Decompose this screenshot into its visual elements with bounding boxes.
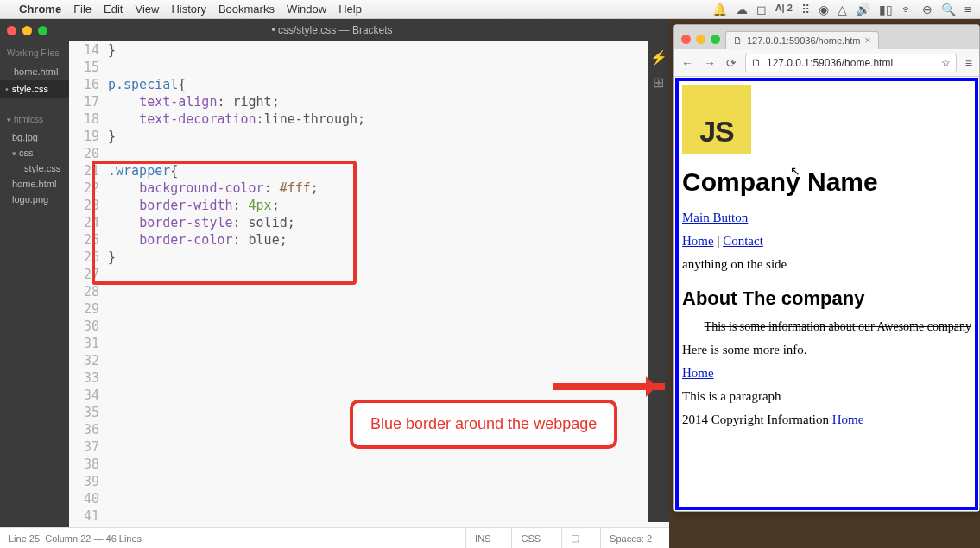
code-line[interactable]: 31: [69, 335, 669, 352]
hamburger-icon[interactable]: ≡: [964, 56, 974, 70]
menu-edit[interactable]: Edit: [104, 3, 123, 16]
code-line[interactable]: 40: [69, 490, 669, 507]
main-button-link[interactable]: Main Button: [682, 211, 748, 224]
menu-file[interactable]: File: [73, 3, 92, 16]
clock-icon[interactable]: ⊖: [922, 3, 933, 16]
wrapper: JS Company Name Main Button Home | Conta…: [675, 78, 978, 510]
sync-icon[interactable]: ◉: [819, 3, 829, 16]
back-button[interactable]: ←: [680, 56, 695, 70]
wifi-icon[interactable]: ᯤ: [901, 3, 914, 16]
code-line[interactable]: 28: [69, 283, 669, 300]
footer-home-link[interactable]: Home: [832, 413, 864, 426]
code-line[interactable]: 32: [69, 352, 669, 369]
tree-style[interactable]: style.css: [0, 161, 69, 176]
box-icon[interactable]: ◻: [756, 3, 767, 16]
working-file-style[interactable]: style.css: [0, 80, 69, 98]
mac-menubar: Chrome File Edit View History Bookmarks …: [0, 0, 980, 19]
code-line[interactable]: 20: [69, 145, 669, 162]
brackets-titlebar: • css/style.css — Brackets: [0, 19, 669, 41]
code-line[interactable]: 21.wrapper{: [69, 162, 669, 180]
cloud-icon[interactable]: ☁: [736, 3, 748, 16]
adobe-icon[interactable]: A| 2: [775, 3, 793, 16]
menu-window[interactable]: Window: [287, 3, 326, 16]
code-line[interactable]: 18 text-decoration:line-through;: [69, 110, 669, 128]
bell-icon[interactable]: 🔔: [712, 3, 727, 16]
status-spaces[interactable]: Spaces: 2: [600, 528, 661, 548]
menu-icon[interactable]: ≡: [964, 3, 971, 16]
working-file-home[interactable]: home.html: [0, 63, 69, 80]
url-text: 127.0.0.1:59036/home.html: [767, 57, 893, 69]
maximize-button[interactable]: [38, 26, 47, 35]
footer: 2014 Copyright Information Home: [682, 413, 971, 427]
star-icon[interactable]: ☆: [941, 57, 951, 69]
tab-title: 127.0.0.1:59036/home.htm: [747, 35, 860, 46]
window-title: • css/style.css — Brackets: [54, 24, 662, 36]
menubar-app[interactable]: Chrome: [19, 3, 61, 16]
code-line[interactable]: 24 border-style: solid;: [69, 214, 669, 231]
tab-close-icon[interactable]: ×: [864, 35, 870, 47]
site-info-icon[interactable]: 🗋: [751, 57, 762, 69]
menu-view[interactable]: View: [135, 3, 159, 16]
brackets-sidebar: Working Files home.html style.css htmlcs…: [0, 41, 69, 527]
code-line[interactable]: 38: [69, 456, 669, 473]
menu-help[interactable]: Help: [338, 3, 362, 16]
dropbox-icon[interactable]: ⠿: [801, 3, 810, 16]
live-preview-icon[interactable]: ⚡: [650, 49, 667, 66]
address-bar[interactable]: 🗋 127.0.0.1:59036/home.html ☆: [745, 54, 957, 72]
code-line[interactable]: 30: [69, 318, 669, 335]
home-link-2[interactable]: Home: [682, 366, 714, 380]
menubar-right-icons: 🔔 ☁ ◻ A| 2 ⠿ ◉ △ 🔊 ▮▯ ᯤ ⊖ 🔍 ≡: [712, 3, 971, 16]
tree-css[interactable]: css: [0, 145, 69, 161]
extensions-icon[interactable]: ⊞: [653, 74, 664, 91]
code-line[interactable]: 41: [69, 507, 669, 525]
code-line[interactable]: 26}: [69, 249, 669, 266]
status-enc[interactable]: ▢: [561, 528, 588, 548]
tree-logo[interactable]: logo.png: [0, 192, 69, 207]
code-line[interactable]: 39: [69, 473, 669, 490]
reload-button[interactable]: ⟳: [724, 56, 738, 70]
search-icon[interactable]: 🔍: [941, 3, 956, 16]
statusbar: Line 25, Column 22 — 46 Lines INS CSS ▢ …: [0, 527, 669, 548]
logo: JS: [682, 85, 751, 154]
battery-icon[interactable]: ▮▯: [879, 3, 893, 16]
brackets-window: • css/style.css — Brackets Working Files…: [0, 19, 669, 548]
tree-home[interactable]: home.html: [0, 176, 69, 192]
code-line[interactable]: 19}: [69, 128, 669, 145]
forward-button[interactable]: →: [702, 56, 718, 70]
brackets-right-toolbar: ⚡ ⊞: [648, 39, 669, 522]
code-line[interactable]: 14}: [69, 41, 669, 59]
browser-tab[interactable]: 🗋 127.0.0.1:59036/home.htm ×: [725, 31, 879, 49]
status-lang[interactable]: CSS: [511, 528, 549, 548]
menu-history[interactable]: History: [171, 3, 205, 16]
code-line[interactable]: 29: [69, 300, 669, 318]
special-paragraph: This is some information about our Aweso…: [682, 320, 971, 334]
code-line[interactable]: 27: [69, 266, 669, 283]
chrome-minimize-button[interactable]: [696, 35, 705, 44]
page-title: Company Name: [682, 167, 971, 197]
code-editor[interactable]: 14}1516p.special{17 text-align: right;18…: [69, 41, 669, 527]
chrome-tabbar: 🗋 127.0.0.1:59036/home.htm ×: [674, 25, 979, 49]
more-info: Here is some more info.: [682, 343, 971, 357]
code-line[interactable]: 22 background-color: #fff;: [69, 180, 669, 197]
code-line[interactable]: 17 text-align: right;: [69, 93, 669, 110]
nav-home[interactable]: Home: [682, 234, 714, 248]
code-line[interactable]: 16p.special{: [69, 76, 669, 93]
menu-bookmarks[interactable]: Bookmarks: [218, 3, 275, 16]
drive-icon[interactable]: △: [838, 3, 847, 16]
code-line[interactable]: 23 border-width: 4px;: [69, 197, 669, 214]
volume-icon[interactable]: 🔊: [856, 3, 870, 16]
tree-bg[interactable]: bg.jpg: [0, 129, 69, 145]
status-ins[interactable]: INS: [465, 528, 499, 548]
close-button[interactable]: [7, 26, 16, 35]
chrome-maximize-button[interactable]: [711, 35, 720, 44]
nav-contact[interactable]: Contact: [723, 234, 763, 248]
minimize-button[interactable]: [22, 26, 32, 35]
code-line[interactable]: 15: [69, 59, 669, 76]
project-label[interactable]: htmlcss: [0, 110, 69, 129]
code-line[interactable]: 25 border-color: blue;: [69, 231, 669, 249]
status-cursor: Line 25, Column 22 — 46 Lines: [9, 533, 142, 544]
paragraph: This is a paragraph: [682, 389, 971, 404]
chrome-close-button[interactable]: [681, 35, 691, 44]
chrome-toolbar: ← → ⟳ 🗋 127.0.0.1:59036/home.html ☆ ≡: [674, 49, 979, 77]
code-line[interactable]: 42: [69, 525, 669, 527]
